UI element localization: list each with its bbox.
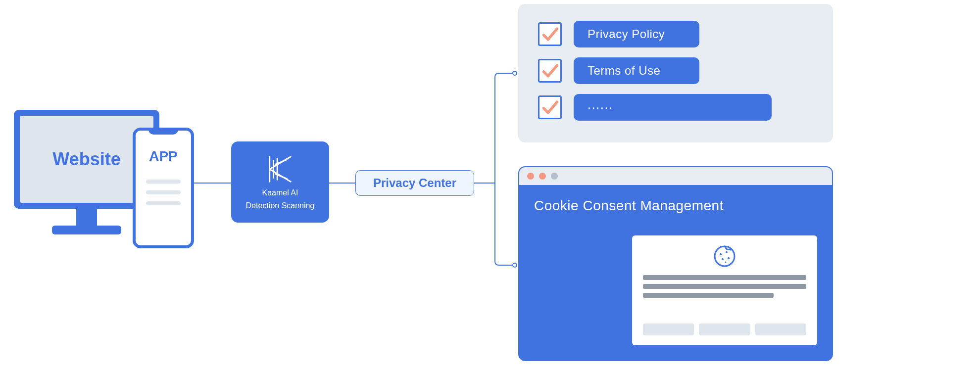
phone-notch (148, 128, 178, 135)
checkbox-icon (538, 59, 562, 83)
phone-content-line (146, 201, 181, 205)
policy-label: ······ (588, 100, 613, 114)
privacy-center-label: Privacy Center (373, 176, 456, 190)
svg-point-4 (728, 257, 730, 259)
cookie-banner-card (632, 235, 817, 345)
monitor-base (52, 226, 121, 234)
cookie-text-line (643, 284, 806, 289)
cookie-button-placeholder (699, 324, 750, 335)
policy-label: Terms of Use (588, 64, 660, 78)
ai-card-line1: Kaamel AI (262, 188, 298, 197)
policy-pill-privacy-policy: Privacy Policy (574, 21, 699, 47)
cookie-text-line (643, 275, 806, 280)
privacy-center-node: Privacy Center (355, 170, 474, 196)
app-phone: APP (133, 128, 194, 248)
svg-point-6 (731, 249, 733, 250)
cookie-consent-window: Cookie Consent Management (518, 166, 833, 361)
connector-node-bottom (512, 263, 517, 268)
monitor-stand (76, 209, 97, 226)
connector-node-top (512, 71, 517, 76)
cookie-icon (713, 244, 736, 268)
ai-card-line2: Detection Scanning (246, 201, 315, 210)
policy-label: Privacy Policy (588, 27, 665, 41)
cookie-body: Cookie Consent Management (519, 185, 832, 360)
policy-row: Terms of Use (538, 57, 813, 84)
kaamel-logo-icon (265, 154, 295, 185)
checkbox-icon (538, 95, 562, 119)
policy-pill-terms-of-use: Terms of Use (574, 57, 699, 84)
policy-row: ······ (538, 94, 813, 121)
policy-panel: Privacy Policy Terms of Use ······ (518, 4, 833, 142)
svg-point-1 (720, 253, 722, 255)
kaamel-ai-card: Kaamel AI Detection Scanning (231, 141, 329, 223)
window-dot-pink-icon (539, 173, 546, 180)
svg-point-5 (725, 262, 727, 263)
policy-pill-more: ······ (574, 94, 772, 121)
checkbox-icon (538, 22, 562, 46)
cookie-button-placeholder (755, 324, 806, 335)
cookie-button-row (643, 324, 806, 335)
svg-point-7 (733, 252, 735, 253)
cookie-title: Cookie Consent Management (534, 198, 817, 214)
cookie-text-line (643, 293, 774, 298)
phone-content-line (146, 180, 181, 184)
svg-point-3 (722, 258, 724, 260)
website-label: Website (52, 149, 120, 170)
window-dot-red-icon (527, 173, 534, 180)
cookie-button-placeholder (643, 324, 694, 335)
policy-row: Privacy Policy (538, 21, 813, 47)
app-label: APP (149, 148, 178, 164)
svg-point-2 (726, 251, 728, 253)
window-dot-grey-icon (551, 173, 558, 180)
phone-content-line (146, 190, 181, 194)
cookie-titlebar (519, 167, 832, 185)
